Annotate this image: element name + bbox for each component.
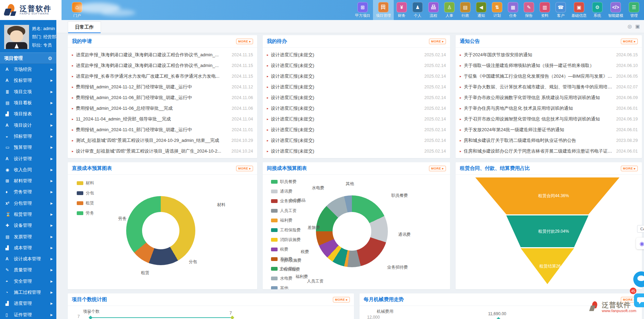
sidebar-item-项目立项[interactable]: ≣项目立项▶ (0, 86, 56, 97)
more-button[interactable]: MORE ▸ (429, 166, 446, 171)
more-button[interactable]: MORE ▸ (333, 297, 350, 302)
legend-label: 劳务 (86, 210, 94, 216)
bullet-icon: ▸ (72, 85, 74, 89)
legend-item-材料[interactable]: 材料 (77, 180, 94, 186)
list-item[interactable]: ▸进度款申报_珠海鹤港口建设_珠海鹤港口建设工程合作协议书_admin_...2… (72, 60, 253, 71)
sidebar-item-收入合同[interactable]: ◉收入合同▶ (0, 164, 56, 175)
list-item[interactable]: ▸设计进度汇报(未提交)2025.02.14 (267, 114, 446, 125)
sidebar-item-项目报表[interactable]: ▟项目报表▶ (0, 108, 56, 119)
sidebar-item-设计成本管理[interactable]: A设计成本管理▶ (0, 253, 56, 264)
legend-item-人员工资[interactable]: 人员工资 (271, 208, 301, 214)
more-button[interactable]: MORE ▸ (429, 39, 446, 44)
list-item[interactable]: ▸设计进度汇报(未提交)2025.02.14 (267, 92, 446, 103)
legend-item-租赁[interactable]: 租赁 (77, 200, 94, 206)
sidebar-item-质量管理[interactable]: ✎质量管理▶ (0, 264, 56, 276)
list-item[interactable]: ▸进度款申报_长春市伊通河水力发电厂改建工程_长春市伊通河水力发电...2024… (72, 71, 253, 81)
sidebar-item-施工过程管理[interactable]: ◔施工过程管理▶ (0, 287, 56, 298)
module-财务[interactable]: ¥财务 (394, 0, 410, 20)
legend-item-工程保险费[interactable]: 工程保险费 (271, 227, 301, 233)
module-系统[interactable]: ⚙系统 (589, 0, 605, 20)
key-icon[interactable]: ◎ (628, 23, 632, 29)
sidebar-item-项目设计[interactable]: A项目设计▶ (0, 119, 56, 130)
list-item[interactable]: ▸关于举办大数据、云计算技术在城市建设、规划、管理与服务中的应用培训班...20… (460, 81, 638, 92)
list-item[interactable]: ▸房和城乡建设厅关于取消二级建造师临时执业证书的公告2023.08.29 (460, 135, 638, 146)
gear-icon[interactable]: ⚙ (48, 56, 52, 61)
module-管理[interactable]: ☰管理 (626, 0, 642, 20)
legend-item-福利费[interactable]: 福利费 (271, 218, 301, 223)
list-item[interactable]: ▸关于召开市政公用设施智慧化管理信息 信息技术与应用培训班的通知2024.06.… (460, 114, 638, 125)
sidebar-item-预算管理[interactable]: ▭预算管理▶ (0, 142, 56, 153)
sidebar-item-进度管理[interactable]: ▟进度管理▶ (0, 298, 56, 309)
module-基础信息[interactable]: ▣基础信息 (569, 0, 589, 20)
sidebar-item-租赁管理[interactable]: ⌛租赁管理▶ (0, 209, 56, 220)
legend-item-其他[interactable]: 其他 (271, 285, 301, 289)
module-通知[interactable]: ◀通知 (473, 0, 489, 20)
list-item[interactable]: ▸设计进度汇报(未提交)2025.02.14 (267, 60, 446, 71)
more-button[interactable]: MORE ▸ (236, 39, 253, 44)
sidebar-item-市场经营[interactable]: A市场经营▶ (0, 64, 56, 75)
module-流程[interactable]: 品流程 (426, 0, 441, 20)
ca-widget[interactable]: CA (637, 225, 644, 233)
legend-item-消防设施费[interactable]: 消防设施费 (271, 237, 301, 243)
sidebar-item-发票管理[interactable]: ▤发票管理▶ (0, 231, 56, 242)
list-item[interactable]: ▸关于领取一级注册建造师增项贴的通知（须持一建证书前来领取）2024.06.10 (460, 60, 638, 71)
list-item[interactable]: ▸费用报销_admin_2024-11-06_总经理审批__完成2024.11.… (72, 103, 253, 114)
module-行政[interactable]: ▤行政 (457, 0, 473, 20)
sidebar-item-投标管理[interactable]: A投标管理▶ (0, 75, 56, 86)
list-item[interactable]: ▸进度款申报_珠海鹤港口建设_珠海鹤港口建设工程合作协议书_admin_...2… (72, 49, 253, 60)
list-item[interactable]: ▸设计审查_彭祖新城"四馆"景观工程设计项目_请选择_胡广生_2024-10-2… (72, 146, 253, 157)
sidebar-item-项目看板[interactable]: ▤项目看板▶ (0, 97, 56, 108)
list-item[interactable]: ▸设计进度汇报(未提交)2025.02.14 (267, 125, 446, 135)
list-item[interactable]: ▸设计进度汇报(未提交)2025.02.14 (267, 49, 446, 60)
legend-item-职员餐费[interactable]: 职员餐费 (271, 179, 301, 185)
legend-item-税费[interactable]: 税费 (271, 246, 301, 252)
panel-title: 通知公告 (460, 38, 480, 45)
tab-daily-work[interactable]: 日常工作 (68, 21, 101, 33)
sidebar-item-设备管理[interactable]: ✚设备管理▶ (0, 220, 56, 231)
module-任务[interactable]: ▦任务 (505, 0, 521, 20)
toolbox-floating-icon[interactable]: ◉ (636, 238, 644, 249)
module-项目管理[interactable]: 田项目管理 (373, 0, 394, 20)
sidebar-item-安全管理[interactable]: ◓安全管理▶ (0, 276, 56, 287)
more-button[interactable]: MORE ▸ (621, 166, 638, 171)
list-item[interactable]: ▸关于举办市政公用设施数字化管理信息 系统建设与应用培训班的通知2024.06.… (460, 92, 638, 103)
list-item[interactable]: ▸费用报销_admin_2024-11-06_部门经理审批_胡建,_运行中202… (72, 92, 253, 103)
list-item[interactable]: ▸费用报销_admin_2024-11-01_部门经理审批_胡建,_运行中202… (72, 125, 253, 135)
more-button[interactable]: MORE ▸ (621, 39, 638, 44)
list-item[interactable]: ▸11_2024-11-04_admin_经营部_领导审批__完成2024.11… (72, 114, 253, 125)
list-item[interactable]: ▸测试_彭祖新城"四馆"景观工程设计项目_2024-10-29_admin_结束… (72, 135, 253, 146)
sidebar-item-分包管理[interactable]: x²分包管理▶ (0, 198, 56, 209)
sidebar-item-设计管理[interactable]: A设计管理▶ (0, 153, 56, 164)
list-item[interactable]: ▸设计进度汇报(未提交)2025.02.14 (267, 71, 446, 81)
list-item[interactable]: ▸关于举办住房与房地产信息化 技术及应用培训班的通知2024.06.01 (460, 103, 638, 114)
list-item[interactable]: ▸设计进度汇报(未提交)2025.02.14 (267, 146, 446, 157)
chat-bubble-icon[interactable] (634, 293, 644, 307)
list-item[interactable]: ▸设计进度汇报(未提交)2025.02.14 (267, 103, 446, 114)
more-button[interactable]: MORE ▸ (236, 166, 253, 171)
module-客户[interactable]: ☎客户 (553, 0, 569, 20)
module-智能建模[interactable]: </>智能建模 (605, 0, 626, 20)
list-item[interactable]: ▸设计进度汇报(未提交)2025.02.14 (267, 81, 446, 92)
module-个人[interactable]: ♟个人 (410, 0, 426, 20)
list-item[interactable]: ▸关于发放2024年第24批一级建造师注册证书的通知2024.06.01 (460, 125, 638, 135)
sidebar-item-劳务管理[interactable]: ♦劳务管理▶ (0, 186, 56, 197)
module-人事[interactable]: ♙人事 (441, 0, 457, 20)
layout-toggle-icon[interactable]: ▣ (635, 23, 640, 29)
module-甲方项目[interactable]: ⊞甲方项目 (352, 0, 373, 20)
list-item[interactable]: ▸于征集《中国建筑施工行业信息化发展报告（2024）—BIM应用与发展》材料..… (460, 71, 638, 81)
module-资料[interactable]: ▥资料 (537, 0, 553, 20)
list-item[interactable]: ▸住房和城乡建设部办公厅关于同意吉林省开展二级建造师注册证书电子证书化试点...… (460, 146, 638, 157)
legend-item-劳务[interactable]: 劳务 (77, 210, 94, 216)
legend-item-分包[interactable]: 分包 (77, 190, 94, 196)
y-axis-label: 项目个数 (83, 309, 100, 315)
list-item[interactable]: ▸费用报销_admin_2024-11-12_部门经理审批_胡建,_运行中202… (72, 81, 253, 92)
sidebar-item-证件管理[interactable]: ▯证件管理▶ (0, 309, 56, 319)
module-计划[interactable]: ⇅计划 (489, 0, 505, 20)
sidebar-item-材料管理[interactable]: ⊞材料管理▶ (0, 175, 56, 186)
list-item[interactable]: ▸设计进度汇报(未提交)2025.02.14 (267, 135, 446, 146)
sidebar-item-招标管理[interactable]: ◒招标管理▶ (0, 131, 56, 142)
module-报告[interactable]: ✎报告 (521, 0, 537, 20)
sidebar-item-成本管理[interactable]: ▟成本管理▶ (0, 242, 56, 253)
list-item[interactable]: ▸关于2024年国庆节放假安排的通知2024.06.15 (460, 49, 638, 60)
legend-item-通讯费[interactable]: 通讯费 (271, 188, 301, 194)
